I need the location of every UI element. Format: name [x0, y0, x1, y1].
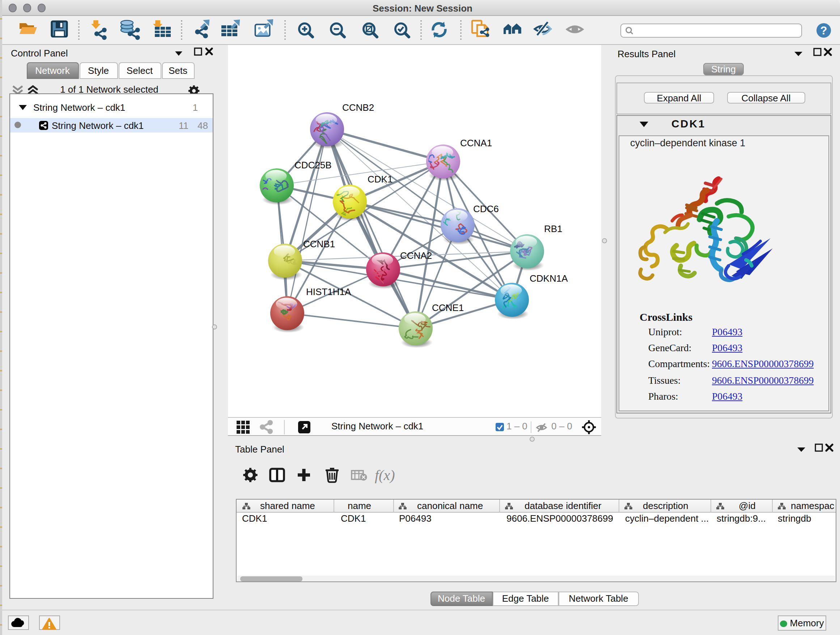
- svg-text:HIST1H1A: HIST1H1A: [306, 287, 351, 297]
- svg-text:CCNB1: CCNB1: [303, 239, 335, 249]
- svg-text:0 – 0: 0 – 0: [551, 420, 572, 431]
- svg-text:CDC6: CDC6: [473, 203, 499, 214]
- svg-text:f(x): f(x): [375, 467, 395, 483]
- svg-text:P06493: P06493: [399, 513, 431, 524]
- svg-text:9606.ENSP00000378699: 9606.ENSP00000378699: [506, 513, 613, 524]
- svg-text:stringdb:9...: stringdb:9...: [716, 513, 766, 524]
- svg-text:CDC25B: CDC25B: [294, 160, 332, 171]
- svg-text:CDKN1A: CDKN1A: [530, 273, 568, 284]
- svg-text:String Network – cdk1: String Network – cdk1: [332, 420, 423, 431]
- svg-text:RB1: RB1: [544, 223, 562, 234]
- svg-text:CCNA1: CCNA1: [460, 138, 492, 149]
- svg-text:canonical name: canonical name: [417, 500, 483, 511]
- svg-text:CDK1: CDK1: [340, 513, 365, 524]
- svg-text:CCNB2: CCNB2: [342, 102, 374, 113]
- svg-text:database identifier: database identifier: [524, 500, 601, 511]
- svg-text:shared name: shared name: [260, 500, 315, 511]
- svg-text:CCNE1: CCNE1: [432, 302, 464, 313]
- svg-text:CDK1: CDK1: [242, 513, 267, 524]
- svg-text:name: name: [347, 500, 371, 511]
- svg-text:CDK1: CDK1: [368, 174, 393, 185]
- svg-text:1 – 0: 1 – 0: [507, 420, 527, 431]
- svg-text:@id: @id: [738, 500, 755, 511]
- svg-text:namespac: namespac: [790, 500, 834, 511]
- svg-text:description: description: [643, 500, 688, 511]
- svg-text:CCNA2: CCNA2: [400, 250, 432, 261]
- svg-text:?: ?: [821, 24, 827, 37]
- svg-text:cyclin–dependent ...: cyclin–dependent ...: [625, 513, 708, 524]
- svg-text:stringdb: stringdb: [777, 513, 811, 524]
